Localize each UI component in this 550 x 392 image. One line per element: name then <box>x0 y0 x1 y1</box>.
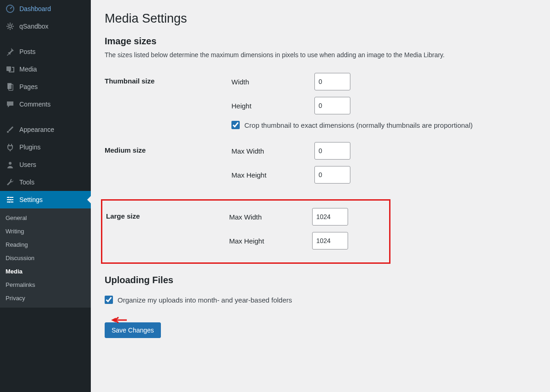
sidebar-item-qsandbox[interactable]: qSandbox <box>0 18 91 35</box>
sidebar-item-users[interactable]: Users <box>0 156 91 173</box>
submenu-permalinks[interactable]: Permalinks <box>0 278 91 291</box>
brush-icon <box>6 125 15 134</box>
sidebar-item-appearance[interactable]: Appearance <box>0 121 91 138</box>
sidebar-label: Dashboard <box>19 5 51 12</box>
thumbnail-crop-label: Crop thumbnail to exact dimensions (norm… <box>244 121 473 129</box>
sidebar-label: Settings <box>19 196 43 203</box>
sidebar-label: Appearance <box>19 126 54 133</box>
medium-maxheight-label: Max Height <box>231 171 314 179</box>
sidebar-item-plugins[interactable]: Plugins <box>0 138 91 156</box>
thumbnail-label: Thumbnail size <box>105 70 231 92</box>
sidebar-item-posts[interactable]: Posts <box>0 43 91 60</box>
pages-icon <box>6 82 15 91</box>
submenu-privacy[interactable]: Privacy <box>0 291 91 305</box>
thumbnail-crop-row[interactable]: Crop thumbnail to exact dimensions (norm… <box>231 121 536 129</box>
svg-point-6 <box>9 162 12 165</box>
thumbnail-crop-checkbox[interactable] <box>231 121 240 129</box>
arrow-annotation-icon <box>109 315 128 326</box>
sidebar-label: qSandbox <box>19 23 48 30</box>
sidebar-label: Plugins <box>19 143 41 151</box>
sliders-icon <box>6 195 15 204</box>
gear-icon <box>6 22 15 31</box>
submenu-reading[interactable]: Reading <box>0 238 91 251</box>
thumbnail-width-label: Width <box>231 78 314 86</box>
page-title: Media Settings <box>105 12 536 26</box>
medium-maxwidth-input[interactable] <box>314 142 350 160</box>
svg-point-8 <box>11 199 12 201</box>
dashboard-icon <box>6 4 15 13</box>
medium-row: Medium size Max Width Max Height <box>105 139 536 193</box>
main-content: Media Settings Image sizes The sizes lis… <box>91 0 550 392</box>
media-icon <box>6 65 15 74</box>
thumbnail-height-input[interactable] <box>314 97 350 114</box>
sidebar-item-comments[interactable]: Comments <box>0 95 91 113</box>
submenu-media[interactable]: Media <box>0 265 91 278</box>
large-row: Large size Max Width Max Height <box>102 205 385 254</box>
image-sizes-description: The sizes listed below determine the max… <box>105 51 536 59</box>
section-image-sizes-heading: Image sizes <box>105 36 536 47</box>
organize-uploads-checkbox[interactable] <box>105 296 113 304</box>
submenu-writing[interactable]: Writing <box>0 225 91 238</box>
svg-rect-3 <box>7 83 12 89</box>
comment-icon <box>6 100 15 109</box>
svg-point-5 <box>7 131 9 133</box>
sidebar-label: Pages <box>19 83 38 90</box>
section-uploading-heading: Uploading Files <box>105 275 536 285</box>
admin-sidebar: Dashboard qSandbox Posts Media Pages Com… <box>0 0 91 392</box>
sidebar-item-tools[interactable]: Tools <box>0 173 91 191</box>
svg-point-7 <box>8 197 10 198</box>
sidebar-item-dashboard[interactable]: Dashboard <box>0 0 91 18</box>
plug-icon <box>6 143 15 152</box>
medium-maxwidth-label: Max Width <box>231 147 314 155</box>
large-maxheight-label: Max Height <box>229 237 312 245</box>
sidebar-label: Posts <box>19 48 35 55</box>
settings-submenu: General Writing Reading Discussion Media… <box>0 208 91 308</box>
large-maxheight-input[interactable] <box>312 232 348 249</box>
wrench-icon <box>6 178 15 187</box>
pin-icon <box>6 47 15 56</box>
organize-uploads-label: Organize my uploads into month- and year… <box>118 296 292 304</box>
user-icon <box>6 160 15 169</box>
medium-label: Medium size <box>105 139 231 161</box>
large-maxwidth-input[interactable] <box>312 208 348 226</box>
sidebar-item-media[interactable]: Media <box>0 60 91 78</box>
thumbnail-width-input[interactable] <box>314 73 350 90</box>
svg-point-1 <box>9 25 12 28</box>
svg-point-9 <box>9 202 11 203</box>
large-size-highlight: Large size Max Width Max Height <box>101 199 390 264</box>
large-label: Large size <box>102 205 229 227</box>
sidebar-label: Media <box>19 65 37 73</box>
organize-uploads-row[interactable]: Organize my uploads into month- and year… <box>105 296 536 304</box>
sidebar-label: Tools <box>19 178 35 186</box>
sidebar-label: Users <box>19 161 36 168</box>
submenu-general[interactable]: General <box>0 211 91 225</box>
sidebar-item-pages[interactable]: Pages <box>0 78 91 95</box>
large-maxwidth-label: Max Width <box>229 213 312 221</box>
submenu-discussion[interactable]: Discussion <box>0 251 91 265</box>
sidebar-label: Comments <box>19 101 51 108</box>
medium-maxheight-input[interactable] <box>314 166 350 184</box>
thumbnail-height-label: Height <box>231 102 314 110</box>
sidebar-item-settings[interactable]: Settings <box>0 191 91 208</box>
thumbnail-row: Thumbnail size Width Height Crop thumbna… <box>105 70 536 132</box>
